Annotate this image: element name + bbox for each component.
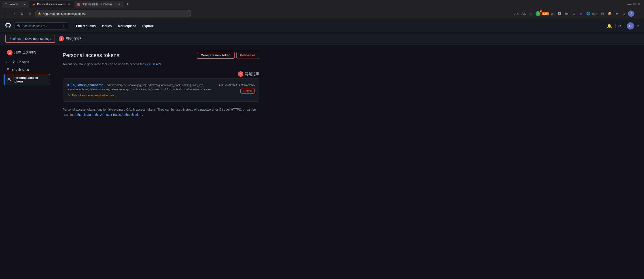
ext8-icon[interactable]: NASA xyxy=(592,10,598,17)
nav-marketplace[interactable]: Marketplace xyxy=(116,22,139,30)
maximize-button[interactable]: ⧉ xyxy=(633,2,636,6)
breadcrumb-container: Settings / Developer settings xyxy=(5,35,55,43)
header-btn-group: Generate new token Revoke all xyxy=(197,52,260,59)
sidebar-label-personal-access-tokens: Personal access tokens xyxy=(14,76,47,83)
ext3-icon[interactable]: 🖼 xyxy=(556,10,562,17)
tab-favicon-newtab: 🗔 xyxy=(4,3,8,6)
extensions-area: ✓ 6 xyxy=(535,10,541,17)
annotation-text-3: 再是这里 xyxy=(245,72,260,76)
sidebar-item-oauth-apps[interactable]: OAuth Apps xyxy=(4,66,50,73)
user-avatar[interactable]: C xyxy=(627,22,634,30)
bottom-desc-suffix: . xyxy=(142,113,143,116)
breadcrumb-settings[interactable]: Settings xyxy=(10,37,21,40)
tab-favicon-pat: 🐙 xyxy=(32,3,35,6)
avatar-chevron[interactable]: ▾ xyxy=(638,24,639,27)
ext6-icon[interactable]: ◉ xyxy=(578,10,584,17)
token-name-row: IDEA_Github_tokenfirst — admin:enterpris… xyxy=(67,83,216,92)
tab-close-pat[interactable]: ✕ xyxy=(67,2,71,6)
main-layout: 2 现在点这里吧 ⊞ GitHub Apps OAuth Apps xyxy=(0,44,644,279)
plus-icon: + xyxy=(618,24,619,28)
search-placeholder: Search or jump to... xyxy=(22,24,48,28)
tab-bar: 🗔 Newtab ✕ 🐙 Personal access tokens ✕ C … xyxy=(0,0,644,8)
sidebar-item-github-apps[interactable]: ⊞ GitHub Apps xyxy=(4,58,50,66)
basic-auth-link[interactable]: authenticate to the API over Basic Authe… xyxy=(74,113,141,116)
search-bar[interactable]: 🔍 Search or jump to... / xyxy=(14,22,68,30)
main-content: Personal access tokens Generate new toke… xyxy=(54,44,268,279)
annotation-badge-2: 2 xyxy=(7,50,12,55)
bookmark-icon[interactable]: ☆ xyxy=(528,10,534,17)
annotation-2-container: 2 现在点这里吧 xyxy=(4,50,50,55)
nav-pull-requests[interactable]: Pull requests xyxy=(73,22,98,30)
ext4-icon[interactable]: IA xyxy=(564,10,570,17)
ext10-icon[interactable]: 📦 xyxy=(606,10,613,17)
token-name-link[interactable]: IDEA_Github_tokenfirst xyxy=(67,83,103,87)
tab-title-newtab: Newtab xyxy=(10,3,20,6)
tab-newtab[interactable]: 🗔 Newtab ✕ xyxy=(2,1,28,8)
sidebar-active-indicator xyxy=(4,74,5,85)
bookmarks-icon[interactable]: ★ xyxy=(614,10,620,17)
github-header: 🔍 Search or jump to... / Pull requests I… xyxy=(0,19,644,33)
sidebar-item-personal-access-tokens[interactable]: Personal access tokens xyxy=(4,74,50,86)
nav-issues[interactable]: Issues xyxy=(99,22,114,30)
score-value: 2.50 xyxy=(542,12,548,15)
ext9-icon[interactable]: 🎮 xyxy=(599,10,606,17)
github-apps-icon: ⊞ xyxy=(6,60,9,64)
github-header-right: 🔔 + ▾ C ▾ xyxy=(607,22,639,30)
github-nav: Pull requests Issues Marketplace Explore xyxy=(73,22,156,30)
plus-chevron: ▾ xyxy=(620,24,621,27)
github-logo[interactable] xyxy=(5,22,11,29)
token-last-used: Last used within the last week xyxy=(219,83,255,86)
address-bar[interactable]: 🔒 https://github.com/settings/tokens xyxy=(35,10,192,17)
translate-icon[interactable]: Aあ xyxy=(514,10,520,17)
address-lock-icon: 🔒 xyxy=(38,12,41,15)
tab-favicon-csdn: C xyxy=(77,3,80,6)
forward-button[interactable]: → xyxy=(11,10,17,17)
breadcrumb-current: Developer settings xyxy=(25,37,51,40)
address-bar-row: ← → ↻ ⌂ 🔒 https://github.com/settings/to… xyxy=(0,8,644,19)
address-text: https://github.com/settings/tokens xyxy=(43,12,86,16)
ext7-icon[interactable]: 🌐 xyxy=(585,10,591,17)
ext5-icon[interactable]: ⊟ xyxy=(571,10,577,17)
warning-icon: ⚠ xyxy=(67,94,70,97)
github-api-link[interactable]: GitHub API xyxy=(145,62,161,66)
reload-button[interactable]: ↻ xyxy=(19,10,25,17)
generate-new-token-button[interactable]: Generate new token xyxy=(197,52,234,59)
token-info: IDEA_Github_tokenfirst — admin:enterpris… xyxy=(67,83,216,97)
ext2-icon[interactable]: ⊞ xyxy=(549,10,556,17)
synced-tabs-icon[interactable]: ⊡ xyxy=(621,10,627,17)
home-button[interactable]: ⌂ xyxy=(27,10,33,17)
notification-bell-icon[interactable]: 🔔 xyxy=(607,24,612,28)
page-header: Personal access tokens Generate new toke… xyxy=(62,52,260,59)
revoke-all-button[interactable]: Revoke all xyxy=(236,52,260,59)
token-meta: Last used within the last week Delete xyxy=(219,83,255,94)
tab-csdn[interactable]: C 李敏竺的博客_CSDN博客-Linux... ✕ xyxy=(74,1,124,8)
tab-close-csdn[interactable]: ✕ xyxy=(118,2,121,6)
personal-access-tokens-icon xyxy=(8,78,11,82)
back-button[interactable]: ← xyxy=(3,10,9,17)
annotation-text-2: 现在点这里吧 xyxy=(14,50,36,55)
create-new-button[interactable]: + ▾ xyxy=(616,23,623,29)
more-options-button[interactable]: ⋯ xyxy=(635,10,641,17)
read-mode-icon[interactable]: Aあ xyxy=(520,10,527,17)
close-window-button[interactable]: ✕ xyxy=(638,2,640,6)
token-card: IDEA_Github_tokenfirst — admin:enterpris… xyxy=(62,78,260,102)
score-badge-icon[interactable]: 2.50 xyxy=(542,10,548,17)
description-text: Tokens you have generated that can be us… xyxy=(62,62,144,66)
search-shortcut: / xyxy=(62,24,65,28)
page-title: Personal access tokens xyxy=(62,52,119,58)
minimize-button[interactable]: — xyxy=(628,2,632,7)
tab-pat[interactable]: 🐙 Personal access tokens ✕ xyxy=(30,1,74,8)
tab-close-newtab[interactable]: ✕ xyxy=(22,2,26,6)
nav-explore[interactable]: Explore xyxy=(140,22,156,30)
tab-title-pat: Personal access tokens xyxy=(37,3,66,6)
browser-chrome: 🗔 Newtab ✕ 🐙 Personal access tokens ✕ C … xyxy=(0,0,644,19)
sidebar: 2 现在点这里吧 ⊞ GitHub Apps OAuth Apps xyxy=(0,44,54,279)
tab-title-csdn: 李敏竺的博客_CSDN博客-Linux... xyxy=(82,2,116,6)
token-delete-button[interactable]: Delete xyxy=(240,88,255,94)
profile-avatar[interactable]: IA xyxy=(628,10,634,17)
tab-new-button[interactable]: + xyxy=(124,1,130,7)
search-icon: 🔍 xyxy=(17,24,20,28)
breadcrumb-bar: Settings / Developer settings 1 来时的路 xyxy=(0,33,644,44)
annotation-3-container: 3 再是这里 xyxy=(62,71,260,77)
bottom-description: Personal access tokens function like ord… xyxy=(62,107,260,117)
